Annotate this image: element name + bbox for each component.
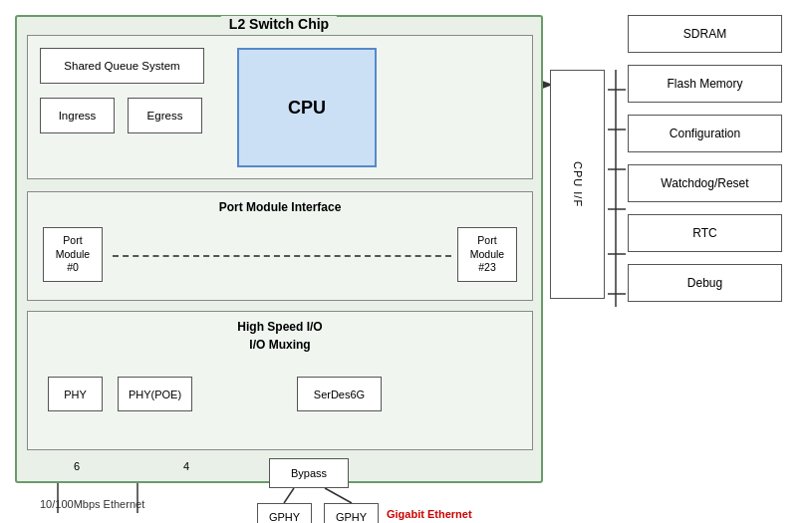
flash-memory-box: Flash Memory xyxy=(628,65,782,103)
port-module-23: Port Module #23 xyxy=(457,227,517,282)
ingress-box: Ingress xyxy=(40,98,115,133)
cpu-box: CPU xyxy=(237,48,377,167)
l2-chip-title: L2 Switch Chip xyxy=(221,16,337,32)
phy-poe-box: PHY(POE) xyxy=(118,377,192,411)
hio-subtitle: I/O Muxing xyxy=(249,338,310,352)
hio-section: High Speed I/O I/O Muxing PHY PHY(POE) S… xyxy=(27,311,533,450)
hio-title: High Speed I/O xyxy=(237,320,322,334)
cpu-if-box: CPU I/F xyxy=(550,70,605,299)
eth-label: 10/100Mbps Ethernet xyxy=(40,498,144,510)
bypass-box: Bypass xyxy=(269,458,349,488)
egress-box: Egress xyxy=(128,98,202,133)
phy-box: PHY xyxy=(48,377,103,411)
gphy-box-2: GPHY xyxy=(324,503,379,523)
port-interface-title: Port Module Interface xyxy=(219,200,342,214)
count-4-label: 4 xyxy=(183,460,189,472)
svg-line-10 xyxy=(284,488,294,503)
port-module-interface: Port Module Interface Port Module #0 Por… xyxy=(27,191,533,301)
dashed-separator xyxy=(113,255,451,257)
l2-switch-chip: L2 Switch Chip Shared Queue System Ingre… xyxy=(15,15,543,483)
svg-line-11 xyxy=(325,488,352,503)
diagram-container: ↔ L2 Switch Chip Shared Queue System Ing… xyxy=(10,10,802,513)
count-6-label: 6 xyxy=(74,460,80,472)
top-section: Shared Queue System Ingress Egress CPU xyxy=(27,35,533,179)
debug-box: Debug xyxy=(628,264,782,302)
watchdog-box: Watchdog/Reset xyxy=(628,164,782,202)
shared-queue-box: Shared Queue System xyxy=(40,48,204,84)
gphy-box-1: GPHY xyxy=(257,503,312,523)
right-boxes: SDRAM Flash Memory Configuration Watchdo… xyxy=(623,15,797,314)
port-module-0: Port Module #0 xyxy=(43,227,103,282)
sdram-box: SDRAM xyxy=(628,15,782,53)
serdes-box: SerDes6G xyxy=(297,377,382,411)
configuration-box: Configuration xyxy=(628,115,782,152)
rtc-box: RTC xyxy=(628,214,782,252)
gigabit-label: Gigabit Ethernet xyxy=(387,508,472,520)
